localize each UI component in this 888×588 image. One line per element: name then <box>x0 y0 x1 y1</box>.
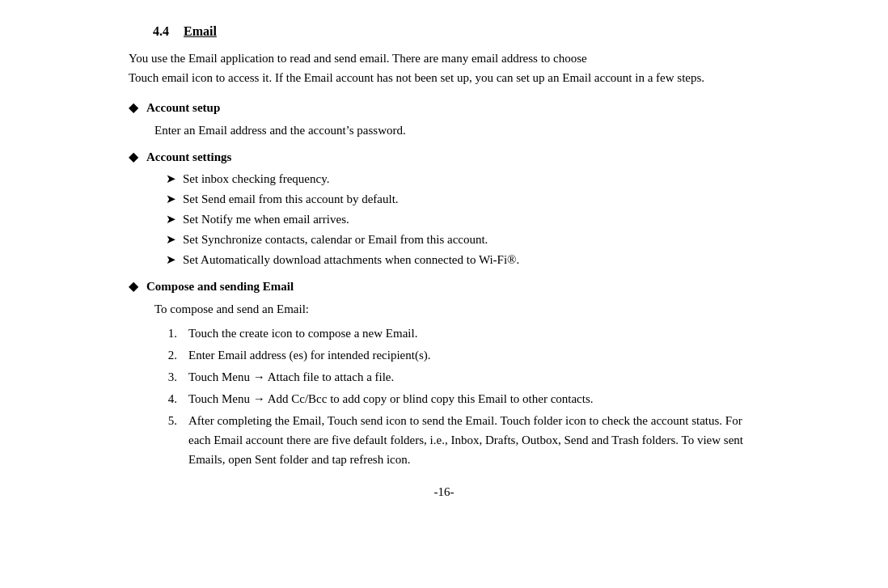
arrow-icon-3: ➤ <box>166 209 176 229</box>
sub-bullet-2-text: Set Send email from this account by defa… <box>183 189 399 209</box>
arrow-icon-1: ➤ <box>166 169 176 188</box>
numbered-steps-list: 1. Touch the create icon to compose a ne… <box>154 324 759 469</box>
step-2: 2. Enter Email address (es) for intended… <box>154 345 759 365</box>
step-3-num: 3. <box>154 367 177 387</box>
compose-sending-subtext: To compose and send an Email: <box>154 299 759 319</box>
account-settings-label: Account settings <box>146 148 231 167</box>
sub-bullet-5: ➤ Set Automatically download attachments… <box>166 250 759 269</box>
account-settings-subbullets: ➤ Set inbox checking frequency. ➤ Set Se… <box>166 169 759 269</box>
section-number: 4.4 <box>129 24 169 39</box>
bullet-item-compose-sending: ◆ Compose and sending Email <box>129 277 759 296</box>
sub-bullet-5-text: Set Automatically download attachments w… <box>183 250 519 269</box>
intro-line1: You use the Email application to read an… <box>129 52 587 65</box>
bullet-account-settings: ◆ Account settings ➤ Set inbox checking … <box>129 148 759 270</box>
arrow-icon-5: ➤ <box>166 250 176 269</box>
compose-sending-label: Compose and sending Email <box>146 277 294 296</box>
sub-bullet-1-text: Set inbox checking frequency. <box>183 169 329 188</box>
step-1-text: Touch the create icon to compose a new E… <box>188 324 759 343</box>
account-setup-label: Account setup <box>146 99 220 117</box>
step-3: 3. Touch Menu → Attach file to attach a … <box>154 367 759 387</box>
step-1-num: 1. <box>154 324 177 343</box>
bullet-compose-sending: ◆ Compose and sending Email To compose a… <box>129 277 759 469</box>
bullet-item-account-settings: ◆ Account settings <box>129 148 759 167</box>
bullet-item-account-setup: ◆ Account setup <box>129 99 759 117</box>
intro-line2: Touch email icon to access it. If the Em… <box>129 71 704 84</box>
sub-bullet-2: ➤ Set Send email from this account by de… <box>166 189 759 209</box>
bullet-diamond-icon: ◆ <box>129 99 138 115</box>
step-4-num: 4. <box>154 389 177 408</box>
step-1: 1. Touch the create icon to compose a ne… <box>154 324 759 343</box>
intro-text: You use the Email application to read an… <box>129 49 759 87</box>
section-heading: 4.4 Email <box>129 24 759 39</box>
step-3-text: Touch Menu → Attach file to attach a fil… <box>188 367 759 387</box>
sub-bullet-3-text: Set Notify me when email arrives. <box>183 209 349 229</box>
step-2-num: 2. <box>154 345 177 365</box>
bullet-diamond-icon-3: ◆ <box>129 278 138 294</box>
account-setup-subtext: Enter an Email address and the account’s… <box>154 121 759 140</box>
arrow-icon-2: ➤ <box>166 189 176 209</box>
step-4-text: Touch Menu → Add Cc/Bcc to add copy or b… <box>188 389 759 408</box>
sub-bullet-4-text: Set Synchronize contacts, calendar or Em… <box>183 230 488 249</box>
step-2-text: Enter Email address (es) for intended re… <box>188 345 759 365</box>
step-5: 5. After completing the Email, Touch sen… <box>154 411 759 469</box>
sub-bullet-3: ➤ Set Notify me when email arrives. <box>166 209 759 229</box>
step-4: 4. Touch Menu → Add Cc/Bcc to add copy o… <box>154 389 759 408</box>
step-5-num: 5. <box>154 411 177 430</box>
section-title: Email <box>184 24 217 39</box>
bullet-diamond-icon-2: ◆ <box>129 149 138 164</box>
bullet-account-setup: ◆ Account setup Enter an Email address a… <box>129 99 759 140</box>
page-container: 4.4 Email You use the Email application … <box>96 0 792 531</box>
step-5-text: After completing the Email, Touch send i… <box>188 411 759 469</box>
sub-bullet-1: ➤ Set inbox checking frequency. <box>166 169 759 188</box>
sub-bullet-4: ➤ Set Synchronize contacts, calendar or … <box>166 230 759 249</box>
arrow-icon-4: ➤ <box>166 230 176 249</box>
footnote: -16- <box>129 485 759 499</box>
